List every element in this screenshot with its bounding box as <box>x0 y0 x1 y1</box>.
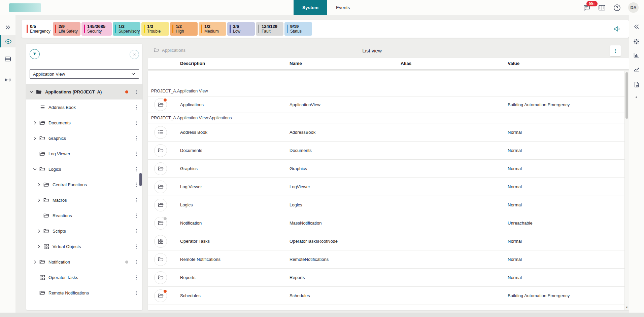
scrollbar-down-arrow[interactable]: ▼ <box>625 306 629 309</box>
alarm-badge-emergency[interactable]: 0/5 Emergency <box>24 22 52 36</box>
kebab-menu-icon[interactable] <box>133 182 139 188</box>
kebab-menu-icon[interactable] <box>133 244 139 249</box>
close-icon[interactable] <box>130 50 139 59</box>
kebab-menu-icon[interactable] <box>133 89 139 95</box>
table-row-logics[interactable]: Logics Logics Normal <box>148 196 624 214</box>
tree-item-central-functions[interactable]: Central Functions <box>26 177 142 192</box>
textual-viewer-icon[interactable] <box>0 52 15 66</box>
tree-item-graphics[interactable]: Graphics <box>26 130 142 146</box>
kebab-menu-icon[interactable] <box>133 166 139 172</box>
alarm-badge-fault[interactable]: 124/129 Fault <box>256 22 283 36</box>
table-scrollbar-thumb[interactable] <box>625 72 628 119</box>
table-row-operator-tasks[interactable]: Operator Tasks OperatorTasksRootNode Nor… <box>148 232 624 250</box>
kebab-menu-icon[interactable] <box>133 105 139 110</box>
chevron-down-icon[interactable] <box>32 167 39 172</box>
settings-gear-icon[interactable] <box>629 35 644 47</box>
kebab-menu-icon[interactable] <box>133 120 139 126</box>
tree-item-reactions[interactable]: Reactions <box>26 208 142 223</box>
collapse-rail-icon[interactable] <box>629 21 644 33</box>
table-row-schedules[interactable]: Schedules Schedules Building Automation … <box>148 287 624 305</box>
folder-icon <box>154 199 167 211</box>
column-header-value[interactable]: Value <box>508 58 519 69</box>
tree-item-remote-notifications[interactable]: Remote Notifications <box>26 285 142 301</box>
report-icon[interactable] <box>629 78 644 90</box>
tree-item-virtual-objects[interactable]: Virtual Objects <box>26 239 142 254</box>
tree-item-macros[interactable]: Macros <box>26 192 142 208</box>
chevron-right-icon[interactable] <box>36 198 43 203</box>
table-row-remote-notifications[interactable]: Remote Notifications RemoteNotifications… <box>148 250 624 269</box>
view-selector-dropdown[interactable]: Application View <box>30 69 139 79</box>
table-row-reports[interactable]: Reports Reports Normal <box>148 269 624 287</box>
kebab-menu-icon[interactable] <box>133 228 139 234</box>
speaker-icon[interactable] <box>613 25 621 33</box>
folder-icon <box>154 289 167 302</box>
trend-chart-icon[interactable] <box>629 64 644 76</box>
alarm-badge-medium[interactable]: 1/2 Medium <box>199 22 226 36</box>
table-row-address-book[interactable]: Address Book AddressBook Normal <box>148 123 624 142</box>
filter-icon[interactable] <box>30 49 40 59</box>
tree-item-scripts[interactable]: Scripts <box>26 223 142 239</box>
table-row-graphics[interactable]: Graphics Graphics Normal <box>148 160 624 178</box>
system-browser-icon[interactable] <box>0 35 15 47</box>
table-row-applications[interactable]: Applications ApplicationView Building Au… <box>148 96 624 113</box>
view-options-kebab-button[interactable] <box>610 45 621 56</box>
tree-item-address-book[interactable]: Address Book <box>26 100 142 115</box>
alarm-badge-low[interactable]: 3/6 Low <box>227 22 255 36</box>
chevron-right-icon[interactable] <box>36 182 43 187</box>
kebab-menu-icon[interactable] <box>133 151 139 157</box>
tree-scrollbar-thumb[interactable] <box>139 173 142 186</box>
alarm-badge-supervisory[interactable]: 1/3 Supervisory <box>113 22 140 36</box>
column-header-alias[interactable]: Alias <box>401 58 411 69</box>
breadcrumb[interactable]: Applications <box>154 47 185 53</box>
column-header-description[interactable]: Description <box>180 58 205 69</box>
avatar[interactable]: DA <box>628 2 639 13</box>
kebab-menu-icon[interactable] <box>133 259 139 265</box>
alarm-badge-trouble[interactable]: 1/3 Trouble <box>141 22 169 36</box>
kebab-menu-icon[interactable] <box>133 135 139 141</box>
chevron-down-icon[interactable] <box>29 89 36 94</box>
alarm-badge-security[interactable]: 145/3685 Security <box>81 22 112 36</box>
kebab-menu-icon[interactable] <box>133 213 139 219</box>
cell-name: Reports <box>290 275 401 280</box>
tree-item-operator-tasks[interactable]: Operator Tasks <box>26 270 142 285</box>
tree-item-label: Logics <box>48 167 61 172</box>
help-icon[interactable] <box>613 4 621 12</box>
bar-chart-icon[interactable] <box>629 49 644 61</box>
notifications-icon[interactable]: 99+ <box>583 4 591 12</box>
table-row-documents[interactable]: Documents Documents Normal <box>148 142 624 160</box>
alarm-badge-label: Low <box>233 29 255 34</box>
table-row-notification[interactable]: Notification MassNotification Unreachabl… <box>148 214 624 232</box>
chevron-right-icon[interactable] <box>36 229 43 234</box>
cell-name: OperatorTasksRootNode <box>290 239 401 244</box>
tab-events[interactable]: Events <box>327 0 359 15</box>
kebab-menu-icon[interactable] <box>133 290 139 296</box>
alarm-badge-status[interactable]: 9/19 Status <box>284 22 312 36</box>
kebab-menu-icon[interactable] <box>133 197 139 203</box>
table-row-log-viewer[interactable]: Log Viewer LogViewer Normal <box>148 178 624 196</box>
layout-panels-icon[interactable] <box>598 4 606 12</box>
tree-item-logics[interactable]: Logics <box>26 161 142 177</box>
broadcast-icon[interactable] <box>0 73 15 86</box>
table-scrollbar[interactable]: ▼ <box>624 71 629 310</box>
chevron-right-icon[interactable] <box>32 136 39 141</box>
tree-item-documents[interactable]: Documents <box>26 115 142 130</box>
tab-system[interactable]: System <box>294 0 327 15</box>
chevron-right-icon[interactable] <box>32 260 39 265</box>
chevron-right-icon[interactable] <box>32 120 39 125</box>
chevron-right-icon[interactable] <box>36 244 43 249</box>
tree-item-applications-project-a[interactable]: Applications (PROJECT_A) <box>26 84 142 100</box>
tree-item-label: Scripts <box>53 229 66 234</box>
alarm-badge-label: Life Safety <box>59 29 80 34</box>
kebab-menu-icon[interactable] <box>133 275 139 280</box>
folder-icon <box>39 151 46 157</box>
cell-value: Normal <box>508 166 624 171</box>
tree-item-log-viewer[interactable]: Log Viewer <box>26 146 142 161</box>
status-dot <box>125 90 128 93</box>
column-header-name[interactable]: Name <box>290 58 302 69</box>
tree-item-notification[interactable]: Notification <box>26 254 142 270</box>
cell-description: Graphics <box>180 166 290 171</box>
expand-rail-icon[interactable] <box>0 21 15 34</box>
alarm-badge-high[interactable]: 1/2 High <box>170 22 198 36</box>
alarm-badge-life-safety[interactable]: 2/9 Life Safety <box>53 22 80 36</box>
cell-value: Normal <box>508 202 624 207</box>
